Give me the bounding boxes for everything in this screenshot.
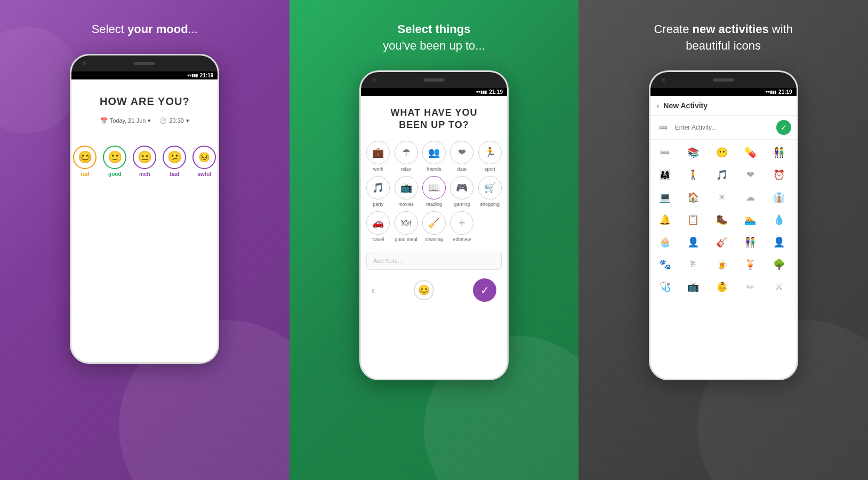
- panel-activities-headline: Select things you've been up to...: [383, 21, 485, 54]
- icon-cell-17[interactable]: 🥾: [710, 209, 734, 230]
- icon-cell-9[interactable]: ⏰: [767, 164, 791, 186]
- activity-item-friends[interactable]: 👥 friends: [422, 141, 446, 172]
- icon-cell-13[interactable]: ☁: [738, 187, 762, 208]
- phone-frame-activities: ▾▾▮▮▮ 21:19 WHAT HAVE YOUBEEN UP TO? 💼 w…: [359, 70, 509, 380]
- activity-icon-work: 💼: [366, 141, 390, 164]
- activity-item-gaming[interactable]: 🎮 gaming: [450, 176, 473, 207]
- phone-top-bar-newact: [650, 72, 797, 88]
- icon-cell-7[interactable]: 🎵: [710, 164, 734, 186]
- mood-time: 🕐 20:30 ▾: [159, 117, 189, 124]
- icon-cell-34[interactable]: ⚔: [767, 276, 791, 298]
- activity-item-work[interactable]: 💼 work: [366, 141, 390, 172]
- icon-cell-25[interactable]: 🐾: [653, 254, 677, 275]
- activity-item-editnew[interactable]: + edit/new: [450, 211, 473, 242]
- newact-input-row: 🛏 ✓: [650, 116, 797, 140]
- icon-grid: 🛏 📚 😶 💊 👫 👨‍👩‍👧 🚶 🎵 ❤ ⏰ 💻 🏠 ☀ ☁: [650, 140, 797, 300]
- mood-label-bad: bad: [170, 171, 179, 177]
- activity-label-goodmeal: good meal: [395, 237, 417, 242]
- newact-confirm-button[interactable]: ✓: [776, 120, 791, 135]
- mood-item-rad[interactable]: 😊 rad: [73, 146, 97, 177]
- icon-cell-28[interactable]: 🍹: [738, 254, 762, 275]
- icon-cell-18[interactable]: 🏊: [738, 209, 762, 230]
- activity-item-shopping[interactable]: 🛒 shopping: [478, 176, 502, 207]
- activity-item-date[interactable]: ❤ date: [450, 141, 473, 172]
- icon-cell-4[interactable]: 👫: [767, 142, 791, 163]
- activity-item-cleaning[interactable]: 🧹 cleaning: [422, 211, 446, 242]
- icon-cell-15[interactable]: 🔔: [653, 209, 677, 230]
- activity-icon-party: 🎵: [366, 176, 390, 199]
- icon-cell-27[interactable]: 🍺: [710, 254, 734, 275]
- phone-camera-mood: [82, 61, 86, 66]
- activity-nav: ‹ 😊 ✓: [366, 274, 502, 306]
- icon-cell-22[interactable]: 🎸: [710, 231, 734, 253]
- icon-cell-1[interactable]: 📚: [681, 142, 705, 163]
- mood-date: 📅 Today, 21 Jun ▾: [100, 117, 151, 124]
- status-time-newact: 21:19: [778, 89, 792, 95]
- activity-icon-date: ❤: [450, 141, 473, 164]
- phone-speaker-mood: [134, 62, 155, 65]
- newact-title: New Activity: [663, 101, 708, 110]
- icon-cell-30[interactable]: 🩺: [653, 276, 677, 298]
- icon-cell-6[interactable]: 🚶: [681, 164, 705, 186]
- icon-cell-21[interactable]: 👤: [681, 231, 705, 253]
- activity-item-goodmeal[interactable]: 🍽 good meal: [394, 211, 417, 242]
- icon-cell-33[interactable]: ✏: [738, 276, 762, 298]
- mood-screen: HOW ARE YOU? 📅 Today, 21 Jun ▾ 🕐 20:30 ▾: [71, 79, 218, 362]
- mood-label-meh: meh: [139, 171, 150, 177]
- mood-item-awful[interactable]: 😣 awful: [192, 146, 216, 177]
- activity-back-button[interactable]: ‹: [372, 285, 375, 296]
- activity-item-reading[interactable]: 📖 reading: [422, 176, 446, 207]
- activities-title: WHAT HAVE YOUBEEN UP TO?: [390, 107, 477, 132]
- status-icons-activities: ▾▾▮▮▮: [476, 90, 487, 94]
- icon-cell-20[interactable]: 🧁: [653, 231, 677, 253]
- activity-item-relax[interactable]: ☂ relax: [394, 141, 417, 172]
- activity-label-party: party: [373, 202, 383, 207]
- activity-emoji-button[interactable]: 😊: [414, 280, 434, 300]
- icon-cell-26[interactable]: 🖱: [681, 254, 705, 275]
- activity-icon-relax: ☂: [395, 141, 418, 164]
- add-note-field[interactable]: Add Note...: [366, 252, 502, 270]
- icon-cell-29[interactable]: 🌳: [767, 254, 791, 275]
- icon-cell-24[interactable]: 👤: [767, 231, 791, 253]
- phone-status-bar-activities: ▾▾▮▮▮ 21:19: [361, 88, 507, 96]
- icon-cell-12[interactable]: ☀: [710, 187, 734, 208]
- panel-newact-headline: Create new activities with beautiful ico…: [654, 21, 792, 54]
- phone-new-activity: ▾▾▮▮▮ 21:19 ‹ New Activity 🛏 ✓ 🛏: [649, 70, 798, 380]
- activity-icon-goodmeal: 🍽: [395, 211, 418, 235]
- icon-cell-14[interactable]: 👔: [767, 187, 791, 208]
- icon-cell-8[interactable]: ❤: [738, 164, 762, 186]
- mood-emoji-list: 😊 rad 🙂 good 😐 meh 😕: [73, 146, 216, 177]
- activity-grid: 💼 work ☂ relax 👥 friends ❤: [366, 141, 502, 242]
- icon-cell-32[interactable]: 👶: [710, 276, 734, 298]
- newact-back-button[interactable]: ‹: [657, 101, 660, 110]
- icon-cell-2[interactable]: 😶: [710, 142, 734, 163]
- icon-cell-16[interactable]: 📋: [681, 209, 705, 230]
- activity-label-travel: travel: [372, 237, 384, 242]
- icon-cell-3[interactable]: 💊: [738, 142, 762, 163]
- activity-confirm-button[interactable]: ✓: [473, 278, 496, 302]
- icon-cell-0[interactable]: 🛏: [653, 142, 677, 163]
- activity-item-travel[interactable]: 🚗 travel: [366, 211, 390, 242]
- panel-activities: Select things you've been up to... ▾▾▮▮▮…: [290, 0, 579, 480]
- mood-circle-meh: 😐: [133, 146, 156, 169]
- mood-circle-bad: 😕: [163, 146, 186, 169]
- icon-cell-19[interactable]: 💧: [767, 209, 791, 230]
- phone-speaker-activities: [423, 78, 445, 82]
- icon-cell-11[interactable]: 🏠: [681, 187, 705, 208]
- icon-cell-10[interactable]: 💻: [653, 187, 677, 208]
- icon-cell-5[interactable]: 👨‍👩‍👧: [653, 164, 677, 186]
- mood-datetime: 📅 Today, 21 Jun ▾ 🕐 20:30 ▾: [100, 117, 189, 124]
- mood-item-bad[interactable]: 😕 bad: [163, 146, 186, 177]
- activity-item-movies[interactable]: 📺 movies: [394, 176, 417, 207]
- mood-item-good[interactable]: 🙂 good: [103, 146, 126, 177]
- activity-label-sport: sport: [485, 166, 495, 172]
- mood-item-meh[interactable]: 😐 meh: [133, 146, 156, 177]
- icon-cell-31[interactable]: 📺: [681, 276, 705, 298]
- icon-cell-23[interactable]: 👫: [738, 231, 762, 253]
- newact-activity-input[interactable]: [675, 124, 772, 131]
- phone-speaker-newact: [713, 78, 734, 82]
- panel-mood: Select your mood... ▾▾▮▮▮ 21:19 HOW ARE …: [0, 0, 290, 480]
- activity-item-sport[interactable]: 🏃 sport: [478, 141, 502, 172]
- activity-item-party[interactable]: 🎵 party: [366, 176, 390, 207]
- activity-label-friends: friends: [427, 166, 441, 172]
